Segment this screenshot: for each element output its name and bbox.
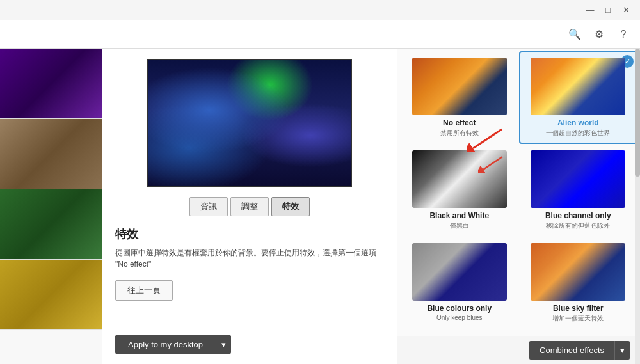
toolbar: 🔍 ⚙ ? [0,20,640,49]
preview-image [147,59,352,187]
gear-icon[interactable]: ⚙ [590,26,608,44]
effect-name-blue-sky: Blue sky filter [553,304,604,313]
effect-thumb-blue-sky [531,243,625,301]
sidebar-thumb-3[interactable] [0,260,102,330]
apply-dropdown-button[interactable]: ▾ [216,335,231,354]
effect-item-blue-colours[interactable]: Blue colours only Only keep blues [400,237,519,329]
apply-btn-group: Apply to my desktop ▾ [115,335,384,354]
sidebar [0,49,102,364]
effect-desc-alien-world: 一個超自然的彩色世界 [546,129,610,138]
sidebar-thumb-1[interactable] [0,119,102,189]
effect-name-bw: Black and White [429,211,489,220]
combined-btn-group: Combined effects ▾ [529,341,630,360]
tab-effects[interactable]: 特效 [271,197,310,216]
effect-name-blue-channel: Blue channel only [545,211,611,220]
effect-desc-blue-colours: Only keep blues [436,314,483,321]
search-icon[interactable]: 🔍 [566,26,584,44]
right-bottom-bar: Combined effects ▾ [397,336,640,364]
effect-thumb-bw [412,150,507,208]
title-bar: — □ ✕ [0,0,640,20]
apply-section: Apply to my desktop ▾ [115,328,384,354]
scrollbar-track [635,49,640,364]
tab-bar: 資訊 調整 特效 [115,197,384,216]
maximize-button[interactable]: □ [599,1,617,19]
scrollbar-thumb[interactable] [635,49,640,177]
tab-info[interactable]: 資訊 [189,197,228,216]
effect-name-alien-world: Alien world [557,118,599,127]
center-panel: 資訊 調整 特效 特效 從圖庫中選擇特效是有權套用於你的背景。要停止使用特效，選… [102,49,397,364]
effect-desc-no-effect: 禁用所有特效 [440,129,479,138]
apply-button[interactable]: Apply to my desktop [115,335,216,354]
effect-name-blue-colours: Blue colours only [427,304,492,313]
effect-thumb-no-effect [412,58,507,115]
close-button[interactable]: ✕ [617,1,635,19]
main-content: 資訊 調整 特效 特效 從圖庫中選擇特效是有權套用於你的背景。要停止使用特效，選… [0,49,640,364]
effect-thumb-blue-colours [412,243,507,301]
effect-item-black-and-white[interactable]: Black and White 僅黑白 [400,144,519,237]
effect-item-alien-world[interactable]: ✓ Alien world 一個超自然的彩色世界 [519,51,638,144]
effect-item-partial-1[interactable] [400,329,519,336]
section-title: 特效 [115,226,384,242]
section-description: 從圖庫中選擇特效是有權套用於你的背景。要停止使用特效，選擇第一個選項 "No e… [115,247,384,270]
effects-grid: No effect 禁用所有特效 ✓ Alien world 一個超自然的彩色世… [397,49,640,336]
combined-effects-dropdown[interactable]: ▾ [614,341,630,360]
svg-line-3 [483,157,502,170]
preview-canvas [148,60,351,186]
sidebar-thumb-2[interactable] [0,189,102,260]
effect-item-blue-sky[interactable]: Blue sky filter 增加一個藍天特效 [519,237,638,329]
minimize-button[interactable]: — [581,1,599,19]
effect-item-no-effect[interactable]: No effect 禁用所有特效 [400,51,519,144]
combined-effects-button[interactable]: Combined effects [529,341,614,360]
effect-desc-blue-sky: 增加一個藍天特效 [552,314,604,323]
help-icon[interactable]: ? [614,26,632,44]
right-panel: No effect 禁用所有特效 ✓ Alien world 一個超自然的彩色世… [397,49,640,364]
effect-desc-blue-channel: 移除所有的但藍色除外 [546,221,610,230]
back-button[interactable]: 往上一頁 [115,280,173,301]
effect-item-partial-2[interactable] [519,329,638,336]
effect-name-no-effect: No effect [443,118,476,127]
effect-item-blue-channel[interactable]: Blue channel only 移除所有的但藍色除外 [519,144,638,237]
effect-desc-bw: 僅黑白 [450,221,469,230]
effect-thumb-alien-world [531,58,625,115]
tab-adjust[interactable]: 調整 [230,197,269,216]
effect-thumb-blue-channel [531,150,625,208]
sidebar-thumb-0[interactable] [0,49,102,119]
